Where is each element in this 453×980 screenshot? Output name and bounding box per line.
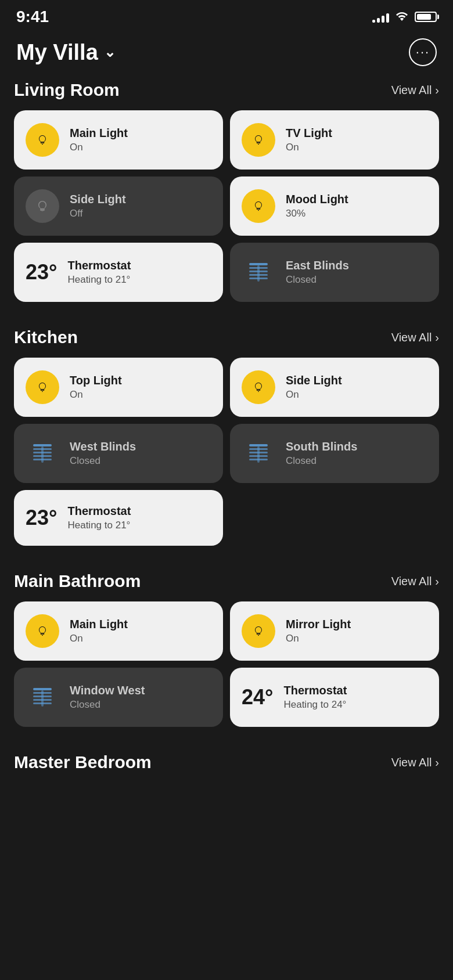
tile-status: Off [70, 208, 126, 219]
tile-name: TV Light [286, 126, 332, 140]
device-grid-living-room: Main Light On TV Light On Side Light Off [14, 110, 439, 302]
status-bar: 9:41 [0, 0, 453, 30]
tile-name: Side Light [286, 373, 342, 387]
tile-name: Top Light [70, 373, 122, 387]
svg-rect-16 [41, 446, 44, 463]
bulb-on-icon [242, 370, 275, 404]
status-icons [372, 10, 437, 24]
svg-point-2 [250, 197, 267, 215]
tile-status: On [70, 633, 128, 644]
app-title-text: My Villa [16, 40, 98, 65]
tile-side-light-lr[interactable]: Side Light Off [14, 176, 223, 236]
section-kitchen: Kitchen View All › Top Light On Side Lig… [0, 327, 453, 564]
signal-icon [372, 11, 389, 23]
section-title: Main Bathroom [14, 571, 141, 591]
tile-name: South Blinds [286, 439, 357, 453]
section-title: Living Room [14, 80, 120, 100]
tile-status: On [286, 389, 342, 401]
battery-icon [415, 12, 437, 22]
svg-rect-11 [33, 444, 52, 446]
more-button[interactable]: ··· [409, 38, 437, 66]
tile-main-light-mb[interactable]: Main Light On [14, 601, 223, 661]
device-grid-kitchen: Top Light On Side Light On West B [14, 358, 439, 546]
tile-name: East Blinds [286, 258, 349, 272]
svg-point-9 [34, 379, 51, 396]
section-header-main-bathroom: Main Bathroom View All › [14, 571, 439, 591]
bulb-on-icon [242, 614, 275, 648]
tile-status: On [70, 389, 122, 401]
tile-status: Closed [70, 699, 145, 711]
bulb-on-icon [242, 123, 275, 157]
tile-top-light[interactable]: Top Light On [14, 358, 223, 417]
master-bedroom-header: Master Bedroom View All › [14, 752, 439, 772]
master-bedroom-title: Master Bedroom [14, 752, 152, 772]
view-all-living-room[interactable]: View All › [391, 84, 439, 97]
section-header-living-room: Living Room View All › [14, 80, 439, 100]
tile-thermostat-mb[interactable]: 24° Thermostat Heating to 24° [230, 668, 439, 727]
tile-name: Thermostat [67, 258, 131, 272]
master-bedroom-section: Master Bedroom View All › [0, 752, 453, 766]
section-living-room: Living Room View All › Main Light On TV … [0, 80, 453, 320]
tile-name: Main Light [70, 617, 128, 631]
bulb-on-icon [26, 370, 59, 404]
tile-status: Heating to 24° [283, 699, 347, 711]
svg-point-24 [250, 622, 267, 640]
svg-rect-22 [257, 446, 260, 463]
master-bedroom-view-all[interactable]: View All › [391, 756, 439, 769]
section-header-kitchen: Kitchen View All › [14, 327, 439, 347]
tile-thermostat-lr[interactable]: 23° Thermostat Heating to 21° [14, 243, 223, 302]
chevron-right-icon: › [435, 756, 439, 769]
svg-rect-25 [33, 688, 52, 690]
chevron-right-icon: › [435, 331, 439, 344]
tile-south-blinds[interactable]: South Blinds Closed [230, 424, 439, 483]
svg-rect-3 [249, 263, 268, 265]
tile-main-light-lr[interactable]: Main Light On [14, 110, 223, 170]
chevron-right-icon: › [435, 84, 439, 97]
view-all-main-bathroom[interactable]: View All › [391, 575, 439, 588]
tile-name: Window West [70, 683, 145, 697]
tile-name: Mood Light [286, 192, 348, 206]
app-header: My Villa ⌄ ··· [0, 30, 453, 80]
section-main-bathroom: Main Bathroom View All › Main Light On M… [0, 571, 453, 745]
svg-point-0 [34, 131, 51, 149]
tile-east-blinds[interactable]: East Blinds Closed [230, 243, 439, 302]
blinds-icon [26, 437, 59, 470]
bulb-on-icon [26, 123, 59, 157]
tile-name: Thermostat [283, 683, 347, 697]
tile-mirror-light[interactable]: Mirror Light On [230, 601, 439, 661]
tile-thermostat-k[interactable]: 23° Thermostat Heating to 21° [14, 490, 223, 546]
bulb-on-icon [26, 614, 59, 648]
tile-status: Heating to 21° [67, 274, 131, 286]
tile-status: On [286, 633, 351, 644]
tile-name: Main Light [70, 126, 128, 140]
svg-point-1 [250, 131, 267, 149]
app-title[interactable]: My Villa ⌄ [16, 40, 116, 65]
status-time: 9:41 [16, 8, 49, 26]
svg-rect-8 [257, 265, 260, 282]
tile-mood-light[interactable]: Mood Light 30% [230, 176, 439, 236]
device-grid-main-bathroom: Main Light On Mirror Light On Win [14, 601, 439, 727]
svg-point-23 [34, 622, 51, 640]
svg-point-10 [250, 379, 267, 396]
wifi-icon [395, 10, 409, 24]
bulb-on-icon [242, 189, 275, 223]
svg-rect-17 [249, 444, 268, 446]
chevron-down-icon: ⌄ [104, 44, 116, 60]
tile-status: On [286, 142, 332, 153]
tile-status: Closed [286, 274, 349, 286]
tile-name: West Blinds [70, 439, 136, 453]
tile-tv-light[interactable]: TV Light On [230, 110, 439, 170]
svg-rect-30 [41, 690, 44, 707]
tile-status: Heating to 21° [67, 520, 131, 531]
tile-side-light-k[interactable]: Side Light On [230, 358, 439, 417]
tile-status: On [70, 142, 128, 153]
tile-name: Side Light [70, 192, 126, 206]
section-title: Kitchen [14, 327, 78, 347]
tile-status: Closed [70, 455, 136, 467]
blinds-icon [26, 680, 59, 714]
chevron-right-icon: › [435, 575, 439, 588]
view-all-kitchen[interactable]: View All › [391, 331, 439, 344]
tile-window-west[interactable]: Window West Closed [14, 668, 223, 727]
tile-west-blinds[interactable]: West Blinds Closed [14, 424, 223, 483]
blinds-icon [242, 437, 275, 470]
